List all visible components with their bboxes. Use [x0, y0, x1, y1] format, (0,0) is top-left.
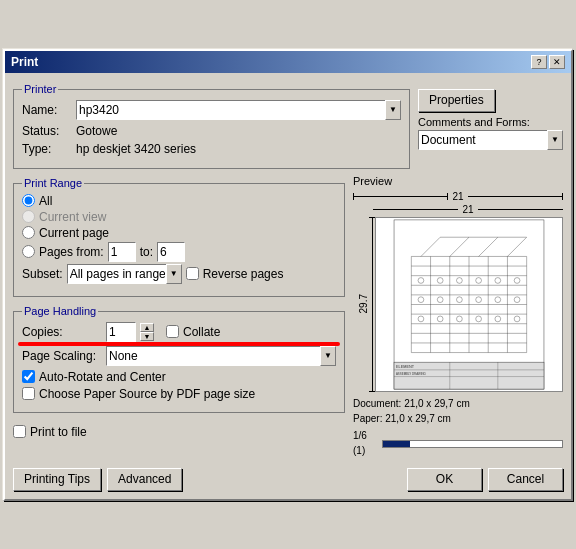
ok-button[interactable]: OK — [407, 468, 482, 491]
properties-button[interactable]: Properties — [418, 89, 495, 112]
left-panel: Print Range All Current view Current — [13, 175, 345, 458]
advanced-button[interactable]: Advanced — [107, 468, 182, 491]
current-page-radio[interactable] — [22, 226, 35, 239]
reverse-pages-label: Reverse pages — [203, 267, 284, 281]
printer-name-label: Name: — [22, 103, 72, 117]
copies-up-button[interactable]: ▲ — [140, 323, 154, 332]
printer-name-select-wrapper: hp3420 ▼ — [76, 100, 401, 120]
printer-name-select[interactable]: hp3420 — [76, 100, 401, 120]
preview-width-label: 21 — [458, 204, 477, 215]
all-radio[interactable] — [22, 194, 35, 207]
close-button[interactable]: ✕ — [549, 55, 565, 69]
reverse-pages-checkbox[interactable] — [186, 267, 199, 280]
printing-tips-button[interactable]: Printing Tips — [13, 468, 101, 491]
dialog-body: Printer Name: hp3420 ▼ Sta — [5, 73, 571, 499]
printer-status-label: Status: — [22, 124, 72, 138]
bottom-left-buttons: Printing Tips Advanced — [13, 468, 182, 491]
print-range-title: Print Range — [22, 177, 84, 189]
title-bar: Print ? ✕ — [5, 51, 571, 73]
comments-forms-select[interactable]: Document — [418, 130, 563, 150]
ruler-top-bar: 21 — [353, 204, 563, 215]
page-progress-bar — [382, 440, 563, 448]
print-to-file-checkbox[interactable] — [13, 425, 26, 438]
current-view-label: Current view — [39, 210, 106, 224]
choose-paper-row: Choose Paper Source by PDF page size — [22, 387, 336, 401]
print-range-group: Print Range All Current view Current — [13, 183, 345, 297]
pages-to-label: to: — [140, 245, 153, 259]
ruler-left-line — [372, 217, 373, 392]
preview-width: 21 — [448, 191, 467, 202]
page-scaling-label: Page Scaling: — [22, 349, 102, 363]
auto-rotate-label: Auto-Rotate and Center — [39, 370, 166, 384]
subset-row: Subset: All pages in range ▼ Reverse pag… — [22, 264, 336, 284]
print-to-file-row: Print to file — [13, 425, 345, 439]
current-page-label: Current page — [39, 226, 109, 240]
page-handling-group: Page Handling Copies: ▲ ▼ Collate — [13, 311, 345, 413]
cancel-button[interactable]: Cancel — [488, 468, 563, 491]
printer-type-value: hp deskjet 3420 series — [76, 142, 196, 156]
printer-status-value: Gotowe — [76, 124, 117, 138]
svg-text:ASSEMBLY DRAWING: ASSEMBLY DRAWING — [396, 371, 427, 375]
copies-down-button[interactable]: ▼ — [140, 332, 154, 341]
help-button[interactable]: ? — [531, 55, 547, 69]
preview-height-label: 29.7 — [358, 294, 369, 313]
collate-label: Collate — [183, 325, 220, 339]
choose-paper-label: Choose Paper Source by PDF page size — [39, 387, 255, 401]
all-label: All — [39, 194, 52, 208]
subset-label: Subset: — [22, 267, 63, 281]
dialog-title: Print — [11, 55, 38, 69]
preview-image-area: 29.7 — [353, 217, 563, 392]
paper-info: Paper: 21,0 x 29,7 cm — [353, 411, 563, 426]
printer-group-title: Printer — [22, 83, 58, 95]
ruler-left-container: 29.7 — [353, 217, 373, 392]
current-view-row: Current view — [22, 210, 336, 224]
printer-group: Printer Name: hp3420 ▼ Sta — [13, 89, 410, 169]
current-view-radio[interactable] — [22, 210, 35, 223]
page-scaling-select-wrapper: None ▼ — [106, 346, 336, 366]
doc-info: Document: 21,0 x 29,7 cm — [353, 396, 563, 411]
pages-from-label: Pages from: — [39, 245, 104, 259]
page-handling-title: Page Handling — [22, 305, 98, 317]
copies-label: Copies: — [22, 325, 102, 339]
pages-from-radio[interactable] — [22, 245, 35, 258]
print-dialog: Print ? ✕ Printer Name: hp3420 — [3, 49, 573, 501]
preview-info: Document: 21,0 x 29,7 cm Paper: 21,0 x 2… — [353, 396, 563, 458]
preview-title: Preview — [353, 175, 563, 187]
comments-forms-wrapper: Document ▼ — [418, 130, 563, 150]
copies-spinner: ▲ ▼ — [140, 323, 154, 341]
copies-input[interactable] — [106, 322, 136, 342]
bottom-row: Printing Tips Advanced OK Cancel — [13, 468, 563, 491]
main-content: Print Range All Current view Current — [13, 175, 563, 458]
printer-status-row: Status: Gotowe — [22, 124, 401, 138]
page-info: 1/6 (1) — [353, 428, 378, 458]
comments-forms-section: Comments and Forms: Document ▼ — [418, 116, 563, 150]
title-controls: ? ✕ — [531, 55, 565, 69]
current-page-row: Current page — [22, 226, 336, 240]
page-info-row: 1/6 (1) — [353, 428, 563, 458]
subset-select[interactable]: All pages in range — [67, 264, 182, 284]
pages-from-input[interactable] — [108, 242, 136, 262]
svg-text:ELEMENT: ELEMENT — [396, 364, 415, 368]
subset-select-wrapper: All pages in range ▼ — [67, 264, 182, 284]
comments-forms-label: Comments and Forms: — [418, 116, 563, 128]
preview-image: ELEMENT ASSEMBLY DRAWING — [375, 217, 563, 392]
copies-row: Copies: ▲ ▼ Collate — [22, 322, 336, 342]
bottom-right-buttons: OK Cancel — [407, 468, 563, 491]
auto-rotate-checkbox[interactable] — [22, 370, 35, 383]
printer-name-row: Name: hp3420 ▼ — [22, 100, 401, 120]
all-radio-row: All — [22, 194, 336, 208]
tech-drawing-svg: ELEMENT ASSEMBLY DRAWING — [376, 218, 562, 391]
auto-rotate-row: Auto-Rotate and Center — [22, 370, 336, 384]
printer-type-row: Type: hp deskjet 3420 series — [22, 142, 401, 156]
ruler-top: 21 — [353, 191, 563, 202]
pages-from-row: Pages from: to: — [22, 242, 336, 262]
right-printer-panel: Properties Comments and Forms: Document … — [418, 89, 563, 150]
page-scaling-select[interactable]: None — [106, 346, 336, 366]
pages-to-input[interactable] — [157, 242, 185, 262]
collate-checkbox[interactable] — [166, 325, 179, 338]
choose-paper-checkbox[interactable] — [22, 387, 35, 400]
page-scaling-wrapper: Page Scaling: None ▼ — [22, 346, 336, 366]
page-scaling-row: Page Scaling: None ▼ — [22, 346, 336, 366]
printer-type-label: Type: — [22, 142, 72, 156]
print-to-file-label: Print to file — [30, 425, 87, 439]
